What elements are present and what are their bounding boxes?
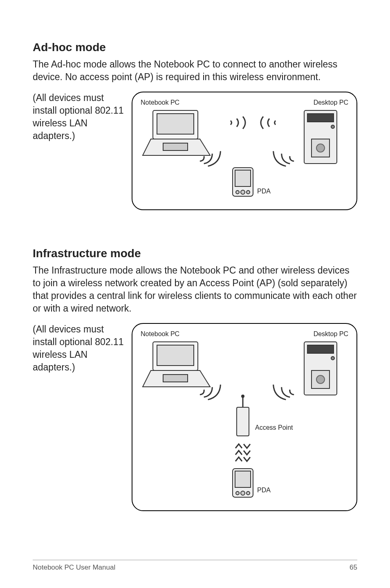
adhoc-para1: The Ad-hoc mode allows the Notebook PC t… (33, 58, 357, 83)
svg-rect-3 (163, 143, 188, 150)
svg-point-22 (316, 375, 325, 384)
svg-rect-5 (307, 114, 334, 122)
adhoc-row: (All devices must install optional 802.1… (33, 92, 357, 210)
signal-horizontal-icon (231, 117, 276, 129)
adhoc-title: Ad-hoc mode (33, 41, 357, 54)
adhoc-diagram: Notebook PC Desktop PC (132, 92, 357, 210)
access-point-icon (237, 395, 249, 436)
svg-rect-17 (163, 375, 188, 382)
svg-point-8 (316, 144, 325, 152)
svg-point-11 (236, 191, 239, 194)
infra-diagram-top: Notebook PC Desktop PC (141, 330, 348, 338)
svg-point-6 (331, 125, 334, 128)
section-gap (33, 210, 357, 247)
svg-rect-23 (237, 407, 249, 436)
infra-para1: The Infrastructure mode allows the Noteb… (33, 264, 357, 315)
svg-rect-10 (235, 170, 251, 186)
svg-rect-1 (157, 114, 194, 134)
pda-icon (233, 469, 253, 497)
section-infra: Infrastructure mode The Infrastructure m… (33, 247, 357, 511)
infra-notebook-label: Notebook PC (141, 330, 179, 338)
adhoc-para2: (All devices must install optional 802.1… (33, 92, 127, 142)
svg-point-29 (241, 491, 245, 495)
adhoc-pda-label: PDA (257, 188, 271, 195)
notebook-icon (143, 110, 210, 155)
svg-rect-15 (157, 345, 194, 366)
signal-desktop-pda-icon (271, 151, 294, 169)
pda-icon (233, 168, 253, 196)
infra-para2: (All devices must install optional 802.1… (33, 323, 127, 374)
svg-rect-27 (235, 471, 251, 487)
desktop-icon (304, 110, 337, 164)
desktop-icon (304, 342, 337, 395)
adhoc-notebook-label: Notebook PC (141, 99, 179, 106)
svg-rect-19 (307, 345, 334, 353)
footer-page: 65 (350, 563, 357, 572)
adhoc-desktop-label: Desktop PC (314, 99, 348, 106)
svg-point-28 (236, 491, 239, 495)
adhoc-diagram-top: Notebook PC Desktop PC (141, 99, 348, 106)
svg-point-13 (247, 191, 250, 194)
infra-row: (All devices must install optional 802.1… (33, 323, 357, 511)
adhoc-diagram-svg (141, 106, 345, 200)
infra-title: Infrastructure mode (33, 247, 357, 260)
svg-point-12 (241, 190, 245, 194)
infra-pda-label: PDA (257, 487, 271, 494)
infra-ap-label: Access Point (255, 424, 293, 431)
page-footer: Notebook PC User Manual 65 (33, 560, 357, 572)
svg-point-25 (242, 395, 244, 397)
infra-diagram-svg (141, 338, 345, 501)
section-adhoc: Ad-hoc mode The Ad-hoc mode allows the N… (33, 41, 357, 210)
svg-point-30 (247, 491, 250, 495)
signal-dt-ap-icon (271, 385, 294, 402)
infra-desktop-label: Desktop PC (314, 330, 348, 338)
signal-ap-pda-icon (235, 444, 250, 461)
notebook-icon (143, 342, 210, 387)
svg-point-20 (331, 357, 334, 360)
footer-title: Notebook PC User Manual (33, 563, 115, 572)
infra-diagram: Notebook PC Desktop PC (132, 323, 357, 511)
